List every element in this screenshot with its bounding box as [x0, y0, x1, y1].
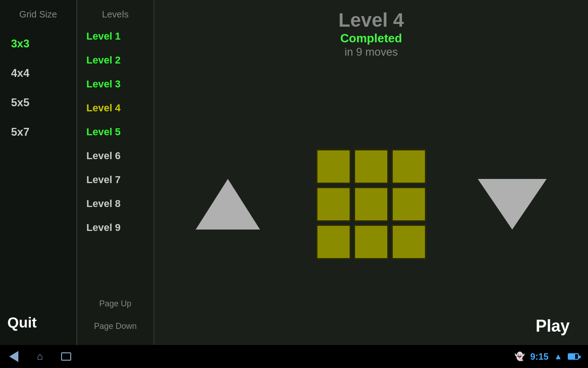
game-grid	[316, 149, 426, 259]
grid-cell-3[interactable]	[316, 187, 351, 222]
recents-button[interactable]	[61, 352, 71, 361]
page-controls: Page Up Page Down	[77, 294, 153, 340]
levels-panel: Levels Level 1Level 2Level 3Level 4Level…	[77, 0, 154, 345]
main-content: Grid Size 3x34x45x55x7 Quit Levels Level…	[0, 0, 588, 345]
grid-size-panel: Grid Size 3x34x45x55x7 Quit	[0, 0, 77, 345]
system-bar: ⌂ 👻 9:15 ▲	[0, 345, 588, 368]
level-item-5[interactable]: Level 5	[77, 120, 153, 144]
grid-cell-8[interactable]	[391, 224, 426, 259]
level-info: Level 4 Completed in 9 moves	[154, 0, 588, 63]
time-display: 9:15	[530, 351, 548, 362]
grid-cell-2[interactable]	[391, 149, 426, 184]
levels-title: Levels	[77, 5, 153, 24]
grid-size-item-3x3[interactable]: 3x3	[0, 29, 76, 58]
level-items: Level 1Level 2Level 3Level 4Level 5Level…	[77, 24, 153, 240]
wifi-icon: ▲	[554, 352, 562, 362]
home-button[interactable]: ⌂	[37, 351, 43, 362]
play-button[interactable]: Play	[526, 312, 579, 340]
back-icon	[9, 351, 18, 362]
grid-cell-7[interactable]	[354, 224, 389, 259]
page-down-button[interactable]: Page Down	[94, 317, 136, 336]
level-item-2[interactable]: Level 2	[77, 48, 153, 72]
page-up-triangle-icon[interactable]	[196, 179, 260, 230]
level-status: Completed	[154, 31, 588, 46]
home-icon: ⌂	[37, 351, 43, 362]
level-moves: in 9 moves	[154, 46, 588, 58]
grid-cell-5[interactable]	[391, 187, 426, 222]
triangle-down[interactable]	[478, 179, 547, 230]
grid-cell-4[interactable]	[354, 187, 389, 222]
battery-icon	[568, 353, 579, 360]
level-item-3[interactable]: Level 3	[77, 72, 153, 96]
grid-size-item-4x4[interactable]: 4x4	[0, 58, 76, 88]
page-up-button[interactable]: Page Up	[99, 294, 131, 313]
page-down-triangle-icon[interactable]	[478, 179, 547, 230]
main-area: Level 4 Completed in 9 moves Play	[154, 0, 588, 345]
quit-button[interactable]: Quit	[0, 305, 76, 340]
back-button[interactable]	[9, 351, 18, 362]
grid-cell-6[interactable]	[316, 224, 351, 259]
level-item-6[interactable]: Level 6	[77, 144, 153, 168]
grid-cell-1[interactable]	[354, 149, 389, 184]
level-item-1[interactable]: Level 1	[77, 24, 153, 48]
level-item-8[interactable]: Level 8	[77, 192, 153, 216]
grid-size-title: Grid Size	[0, 5, 76, 29]
level-item-7[interactable]: Level 7	[77, 168, 153, 192]
grid-size-items: 3x34x45x55x7	[0, 29, 76, 147]
status-right: 👻 9:15 ▲	[514, 351, 579, 362]
nav-buttons: ⌂	[9, 351, 71, 362]
grid-size-item-5x5[interactable]: 5x5	[0, 88, 76, 117]
triangle-up[interactable]	[196, 179, 260, 230]
app: Grid Size 3x34x45x55x7 Quit Levels Level…	[0, 0, 588, 368]
grid-cell-0[interactable]	[316, 149, 351, 184]
level-item-9[interactable]: Level 9	[77, 216, 153, 240]
level-title: Level 4	[154, 9, 588, 31]
game-area	[154, 63, 588, 345]
ghost-icon: 👻	[514, 351, 525, 362]
recents-icon	[61, 352, 71, 361]
level-item-4[interactable]: Level 4	[77, 96, 153, 120]
battery-fill	[569, 354, 575, 359]
grid-size-item-5x7[interactable]: 5x7	[0, 117, 76, 147]
